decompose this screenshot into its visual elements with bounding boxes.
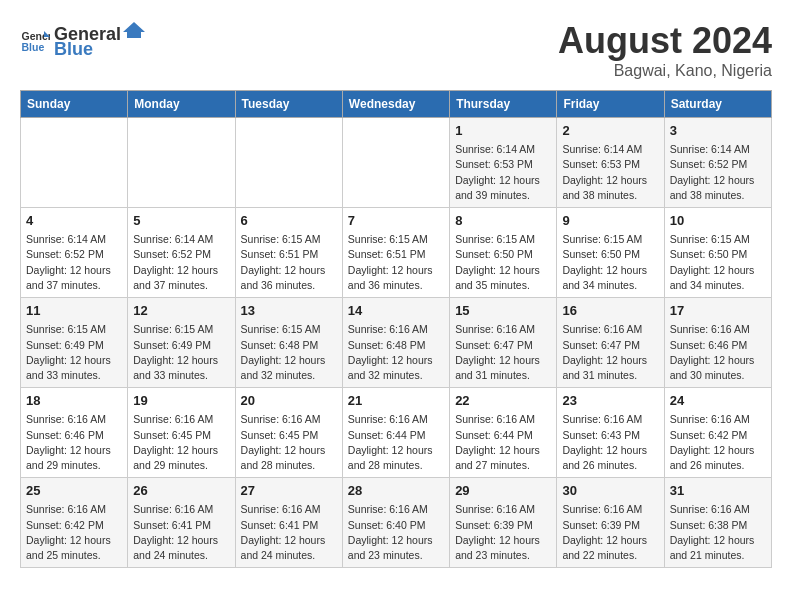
day-info: Sunrise: 6:15 AM Sunset: 6:48 PM Dayligh…	[241, 322, 337, 383]
calendar-cell: 18Sunrise: 6:16 AM Sunset: 6:46 PM Dayli…	[21, 388, 128, 478]
day-info: Sunrise: 6:14 AM Sunset: 6:52 PM Dayligh…	[133, 232, 229, 293]
day-number: 19	[133, 392, 229, 410]
day-number: 8	[455, 212, 551, 230]
day-info: Sunrise: 6:15 AM Sunset: 6:50 PM Dayligh…	[455, 232, 551, 293]
day-info: Sunrise: 6:14 AM Sunset: 6:52 PM Dayligh…	[670, 142, 766, 203]
calendar-week-3: 11Sunrise: 6:15 AM Sunset: 6:49 PM Dayli…	[21, 298, 772, 388]
day-info: Sunrise: 6:14 AM Sunset: 6:53 PM Dayligh…	[562, 142, 658, 203]
day-number: 5	[133, 212, 229, 230]
calendar-cell	[128, 118, 235, 208]
calendar-cell	[21, 118, 128, 208]
day-info: Sunrise: 6:15 AM Sunset: 6:51 PM Dayligh…	[241, 232, 337, 293]
day-number: 12	[133, 302, 229, 320]
day-number: 23	[562, 392, 658, 410]
day-info: Sunrise: 6:16 AM Sunset: 6:43 PM Dayligh…	[562, 412, 658, 473]
calendar-cell: 7Sunrise: 6:15 AM Sunset: 6:51 PM Daylig…	[342, 208, 449, 298]
calendar-cell: 16Sunrise: 6:16 AM Sunset: 6:47 PM Dayli…	[557, 298, 664, 388]
calendar-cell: 22Sunrise: 6:16 AM Sunset: 6:44 PM Dayli…	[450, 388, 557, 478]
calendar-cell: 3Sunrise: 6:14 AM Sunset: 6:52 PM Daylig…	[664, 118, 771, 208]
calendar-cell: 12Sunrise: 6:15 AM Sunset: 6:49 PM Dayli…	[128, 298, 235, 388]
calendar-week-5: 25Sunrise: 6:16 AM Sunset: 6:42 PM Dayli…	[21, 478, 772, 568]
day-header-friday: Friday	[557, 91, 664, 118]
calendar-cell: 23Sunrise: 6:16 AM Sunset: 6:43 PM Dayli…	[557, 388, 664, 478]
calendar-cell: 15Sunrise: 6:16 AM Sunset: 6:47 PM Dayli…	[450, 298, 557, 388]
day-info: Sunrise: 6:15 AM Sunset: 6:50 PM Dayligh…	[562, 232, 658, 293]
day-info: Sunrise: 6:16 AM Sunset: 6:44 PM Dayligh…	[455, 412, 551, 473]
day-number: 13	[241, 302, 337, 320]
day-number: 11	[26, 302, 122, 320]
calendar-cell: 31Sunrise: 6:16 AM Sunset: 6:38 PM Dayli…	[664, 478, 771, 568]
day-number: 10	[670, 212, 766, 230]
calendar-week-4: 18Sunrise: 6:16 AM Sunset: 6:46 PM Dayli…	[21, 388, 772, 478]
calendar-cell: 21Sunrise: 6:16 AM Sunset: 6:44 PM Dayli…	[342, 388, 449, 478]
day-number: 25	[26, 482, 122, 500]
day-info: Sunrise: 6:16 AM Sunset: 6:46 PM Dayligh…	[670, 322, 766, 383]
svg-marker-4	[123, 22, 145, 38]
day-number: 1	[455, 122, 551, 140]
calendar-cell: 8Sunrise: 6:15 AM Sunset: 6:50 PM Daylig…	[450, 208, 557, 298]
day-info: Sunrise: 6:15 AM Sunset: 6:49 PM Dayligh…	[26, 322, 122, 383]
day-header-sunday: Sunday	[21, 91, 128, 118]
day-number: 9	[562, 212, 658, 230]
calendar-cell: 19Sunrise: 6:16 AM Sunset: 6:45 PM Dayli…	[128, 388, 235, 478]
day-info: Sunrise: 6:16 AM Sunset: 6:48 PM Dayligh…	[348, 322, 444, 383]
day-info: Sunrise: 6:16 AM Sunset: 6:38 PM Dayligh…	[670, 502, 766, 563]
day-number: 28	[348, 482, 444, 500]
calendar-cell: 9Sunrise: 6:15 AM Sunset: 6:50 PM Daylig…	[557, 208, 664, 298]
calendar-cell: 4Sunrise: 6:14 AM Sunset: 6:52 PM Daylig…	[21, 208, 128, 298]
calendar-cell: 2Sunrise: 6:14 AM Sunset: 6:53 PM Daylig…	[557, 118, 664, 208]
calendar-cell: 5Sunrise: 6:14 AM Sunset: 6:52 PM Daylig…	[128, 208, 235, 298]
day-number: 26	[133, 482, 229, 500]
calendar-week-2: 4Sunrise: 6:14 AM Sunset: 6:52 PM Daylig…	[21, 208, 772, 298]
day-number: 27	[241, 482, 337, 500]
calendar-cell: 13Sunrise: 6:15 AM Sunset: 6:48 PM Dayli…	[235, 298, 342, 388]
day-header-tuesday: Tuesday	[235, 91, 342, 118]
day-info: Sunrise: 6:16 AM Sunset: 6:47 PM Dayligh…	[455, 322, 551, 383]
day-info: Sunrise: 6:16 AM Sunset: 6:41 PM Dayligh…	[241, 502, 337, 563]
day-number: 20	[241, 392, 337, 410]
svg-text:Blue: Blue	[22, 41, 45, 53]
calendar-cell: 28Sunrise: 6:16 AM Sunset: 6:40 PM Dayli…	[342, 478, 449, 568]
day-number: 3	[670, 122, 766, 140]
day-number: 22	[455, 392, 551, 410]
calendar-cell: 1Sunrise: 6:14 AM Sunset: 6:53 PM Daylig…	[450, 118, 557, 208]
calendar-cell: 26Sunrise: 6:16 AM Sunset: 6:41 PM Dayli…	[128, 478, 235, 568]
day-number: 29	[455, 482, 551, 500]
day-number: 17	[670, 302, 766, 320]
logo: General Blue General Blue	[20, 20, 147, 60]
day-info: Sunrise: 6:16 AM Sunset: 6:44 PM Dayligh…	[348, 412, 444, 473]
logo-icon: General Blue	[20, 25, 50, 55]
day-number: 6	[241, 212, 337, 230]
day-number: 24	[670, 392, 766, 410]
calendar-cell: 17Sunrise: 6:16 AM Sunset: 6:46 PM Dayli…	[664, 298, 771, 388]
day-info: Sunrise: 6:15 AM Sunset: 6:51 PM Dayligh…	[348, 232, 444, 293]
title-area: August 2024 Bagwai, Kano, Nigeria	[558, 20, 772, 80]
day-header-wednesday: Wednesday	[342, 91, 449, 118]
calendar-cell: 6Sunrise: 6:15 AM Sunset: 6:51 PM Daylig…	[235, 208, 342, 298]
calendar-cell: 29Sunrise: 6:16 AM Sunset: 6:39 PM Dayli…	[450, 478, 557, 568]
day-info: Sunrise: 6:16 AM Sunset: 6:41 PM Dayligh…	[133, 502, 229, 563]
calendar-cell: 24Sunrise: 6:16 AM Sunset: 6:42 PM Dayli…	[664, 388, 771, 478]
day-number: 4	[26, 212, 122, 230]
day-info: Sunrise: 6:16 AM Sunset: 6:39 PM Dayligh…	[562, 502, 658, 563]
location-title: Bagwai, Kano, Nigeria	[558, 62, 772, 80]
day-number: 31	[670, 482, 766, 500]
calendar-header: SundayMondayTuesdayWednesdayThursdayFrid…	[21, 91, 772, 118]
calendar-cell: 25Sunrise: 6:16 AM Sunset: 6:42 PM Dayli…	[21, 478, 128, 568]
calendar-cell: 10Sunrise: 6:15 AM Sunset: 6:50 PM Dayli…	[664, 208, 771, 298]
calendar-week-1: 1Sunrise: 6:14 AM Sunset: 6:53 PM Daylig…	[21, 118, 772, 208]
day-info: Sunrise: 6:14 AM Sunset: 6:53 PM Dayligh…	[455, 142, 551, 203]
day-info: Sunrise: 6:16 AM Sunset: 6:42 PM Dayligh…	[670, 412, 766, 473]
calendar-cell: 30Sunrise: 6:16 AM Sunset: 6:39 PM Dayli…	[557, 478, 664, 568]
day-header-monday: Monday	[128, 91, 235, 118]
logo-triangle-icon	[123, 20, 145, 40]
calendar-cell: 20Sunrise: 6:16 AM Sunset: 6:45 PM Dayli…	[235, 388, 342, 478]
day-number: 21	[348, 392, 444, 410]
day-info: Sunrise: 6:16 AM Sunset: 6:47 PM Dayligh…	[562, 322, 658, 383]
day-info: Sunrise: 6:16 AM Sunset: 6:39 PM Dayligh…	[455, 502, 551, 563]
calendar-cell	[235, 118, 342, 208]
calendar-cell: 14Sunrise: 6:16 AM Sunset: 6:48 PM Dayli…	[342, 298, 449, 388]
day-info: Sunrise: 6:15 AM Sunset: 6:50 PM Dayligh…	[670, 232, 766, 293]
calendar-cell	[342, 118, 449, 208]
day-number: 16	[562, 302, 658, 320]
